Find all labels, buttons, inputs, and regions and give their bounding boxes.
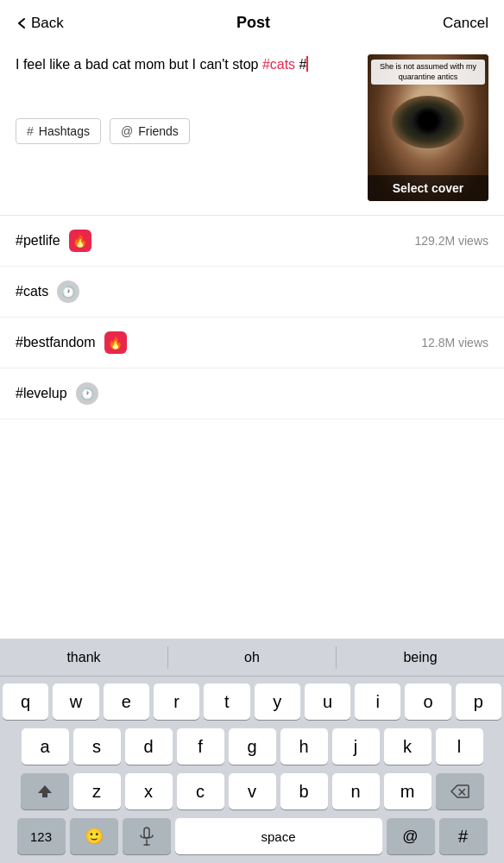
- emoji-key[interactable]: 🙂: [70, 818, 118, 854]
- cancel-button[interactable]: Cancel: [443, 15, 488, 32]
- post-actions: # Hashtags @ Friends: [16, 118, 356, 144]
- key-b[interactable]: b: [280, 773, 328, 809]
- page-title: Post: [236, 14, 270, 32]
- delete-key[interactable]: [436, 773, 484, 809]
- key-row-3: z x c v b n m: [3, 773, 501, 809]
- key-p[interactable]: p: [456, 683, 501, 720]
- header: Back Post Cancel: [0, 0, 504, 46]
- hashtag-views-petlife: 129.2M views: [414, 234, 488, 248]
- key-g[interactable]: g: [229, 728, 276, 765]
- key-rows: q w e r t y u i o p a s d f g h j k l: [0, 677, 504, 863]
- shift-key[interactable]: [21, 773, 69, 809]
- hashtag-name-levelup: #levelup: [16, 386, 67, 401]
- hashtag-item-cats[interactable]: #cats 🕐: [0, 267, 504, 318]
- fire-badge-bestfandom: 🔥: [104, 331, 127, 354]
- key-m[interactable]: m: [384, 773, 432, 809]
- friends-label: Friends: [138, 124, 179, 138]
- cover-section[interactable]: She is not assumed with my quarantine an…: [368, 54, 488, 201]
- key-u[interactable]: u: [305, 683, 350, 720]
- key-f[interactable]: f: [177, 728, 224, 765]
- key-k[interactable]: k: [384, 728, 432, 765]
- friends-button[interactable]: @ Friends: [110, 118, 190, 144]
- hashtag-left-bestfandom: #bestfandom 🔥: [16, 331, 127, 354]
- suggestion-thank[interactable]: thank: [0, 639, 167, 676]
- key-s[interactable]: s: [73, 728, 121, 765]
- hashtag-list: #petlife 🔥 129.2M views #cats 🕐 #bestfan…: [0, 216, 504, 419]
- caption-suffix: #: [295, 57, 306, 72]
- hash-key[interactable]: #: [439, 818, 488, 854]
- key-c[interactable]: c: [177, 773, 224, 809]
- key-r[interactable]: r: [154, 683, 199, 720]
- key-w[interactable]: w: [53, 683, 98, 720]
- space-label: space: [261, 829, 295, 844]
- bottom-row: 123 🙂 space @ #: [3, 818, 501, 860]
- hashtag-left-cats: #cats 🕐: [16, 280, 79, 303]
- hashtag-item-levelup[interactable]: #levelup 🕐: [0, 369, 504, 419]
- delete-icon: [450, 784, 469, 798]
- at-icon: @: [121, 124, 133, 138]
- key-v[interactable]: v: [229, 773, 276, 809]
- key-d[interactable]: d: [125, 728, 173, 765]
- post-caption[interactable]: I feel like a bad cat mom but I can't st…: [16, 54, 356, 106]
- hashtag-name-bestfandom: #bestfandom: [16, 335, 96, 350]
- hashtag-item-bestfandom[interactable]: #bestfandom 🔥 12.8M views: [0, 318, 504, 369]
- key-a[interactable]: a: [22, 728, 69, 765]
- at-key[interactable]: @: [387, 818, 435, 854]
- hash-symbol: #: [458, 827, 468, 847]
- suggestion-being-text: being: [403, 650, 437, 665]
- key-row-2: a s d f g h j k l: [3, 728, 501, 765]
- hashtag-cats: #cats: [262, 57, 295, 72]
- clock-icon: 🕐: [61, 286, 75, 299]
- key-j[interactable]: j: [332, 728, 380, 765]
- post-text-section: I feel like a bad cat mom but I can't st…: [16, 54, 356, 201]
- svg-rect-0: [144, 828, 149, 838]
- key-z[interactable]: z: [73, 773, 121, 809]
- mic-key[interactable]: [123, 818, 171, 854]
- key-q[interactable]: q: [3, 683, 48, 720]
- key-h[interactable]: h: [280, 728, 328, 765]
- suggestion-oh-text: oh: [244, 650, 260, 665]
- mic-icon: [140, 827, 154, 846]
- fire-icon-2: 🔥: [108, 336, 123, 350]
- key-n[interactable]: n: [332, 773, 380, 809]
- key-x[interactable]: x: [125, 773, 173, 809]
- hashtag-name-cats: #cats: [16, 284, 48, 299]
- back-label: Back: [31, 15, 64, 32]
- back-icon: [16, 17, 28, 29]
- hashtag-icon: #: [27, 124, 34, 138]
- space-key[interactable]: space: [175, 818, 382, 854]
- select-cover-label: Select cover: [368, 175, 488, 201]
- post-area: I feel like a bad cat mom but I can't st…: [0, 46, 504, 215]
- shift-icon: [36, 783, 54, 800]
- key-o[interactable]: o: [405, 683, 450, 720]
- hashtags-label: Hashtags: [39, 124, 90, 138]
- hashtags-button[interactable]: # Hashtags: [16, 118, 101, 144]
- numbers-key[interactable]: 123: [17, 818, 66, 854]
- suggestion-being[interactable]: being: [337, 639, 504, 676]
- key-y[interactable]: y: [255, 683, 300, 720]
- cover-banner: She is not assumed with my quarantine an…: [371, 60, 485, 85]
- key-l[interactable]: l: [436, 728, 483, 765]
- hashtag-name-petlife: #petlife: [16, 233, 60, 249]
- hashtag-left-petlife: #petlife 🔥: [16, 230, 91, 252]
- key-t[interactable]: t: [204, 683, 249, 720]
- back-button[interactable]: Back: [16, 15, 64, 32]
- key-row-1: q w e r t y u i o p: [3, 683, 501, 720]
- hashtag-item-petlife[interactable]: #petlife 🔥 129.2M views: [0, 216, 504, 267]
- text-cursor: [306, 56, 308, 72]
- suggestion-thank-text: thank: [66, 650, 100, 665]
- fire-badge-petlife: 🔥: [69, 230, 91, 252]
- hashtag-left-levelup: #levelup 🕐: [16, 382, 98, 405]
- suggestion-oh[interactable]: oh: [168, 639, 336, 676]
- cover-image: She is not assumed with my quarantine an…: [368, 54, 488, 201]
- keyboard: thank oh being q w e r t y u i o p a s: [0, 639, 504, 863]
- emoji-icon: 🙂: [85, 827, 104, 846]
- key-e[interactable]: e: [104, 683, 149, 720]
- numbers-label: 123: [30, 829, 52, 844]
- key-i[interactable]: i: [355, 683, 400, 720]
- clock-icon-2: 🕐: [80, 387, 94, 400]
- suggestions-row: thank oh being: [0, 639, 504, 677]
- clock-badge-levelup: 🕐: [76, 382, 98, 405]
- clock-badge-cats: 🕐: [57, 280, 79, 303]
- hashtag-views-bestfandom: 12.8M views: [421, 336, 488, 350]
